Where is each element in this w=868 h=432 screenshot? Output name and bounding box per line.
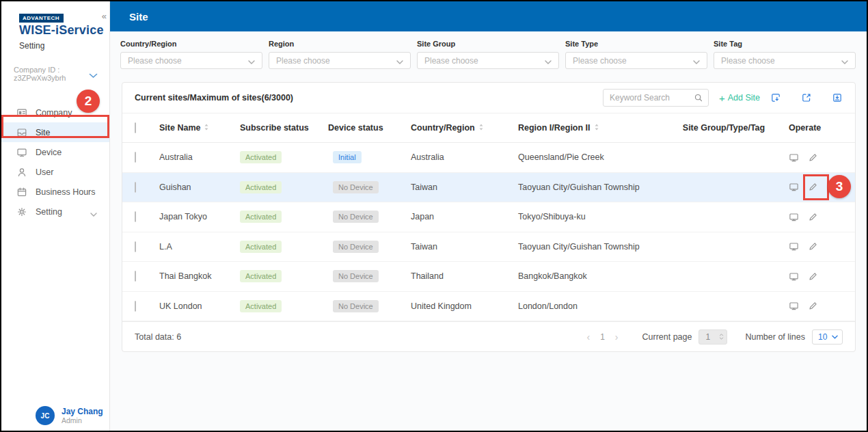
sidebar-collapse-icon[interactable]: «	[102, 11, 107, 21]
select-placeholder: Please choose	[128, 56, 182, 66]
device-list-icon[interactable]	[789, 241, 799, 252]
user-name: Jay Chang	[62, 407, 103, 416]
column-header-device-status: Device status	[328, 123, 411, 133]
column-header-region-i-region-ii[interactable]: Region I/Region II	[518, 123, 659, 133]
cell-country-region: Japan	[411, 212, 518, 221]
site-table-card: Current sites/Maximum of sites(6/3000) +…	[122, 82, 856, 352]
keyword-search-input[interactable]	[610, 93, 694, 103]
chevron-down-icon	[248, 55, 255, 67]
chevron-down-icon	[396, 55, 403, 67]
chevron-down-icon[interactable]	[89, 69, 98, 81]
current-page-input[interactable]: 1	[699, 329, 727, 345]
chevron-down-icon	[545, 55, 552, 67]
filter-bar: Country/RegionPlease chooseRegionPlease …	[110, 31, 867, 69]
select-placeholder: Please choose	[276, 56, 330, 66]
user-icon	[16, 167, 27, 178]
filter-site-tag: Site TagPlease choose	[714, 40, 856, 69]
row-checkbox[interactable]	[135, 271, 136, 282]
lines-per-page-select[interactable]: 10	[812, 329, 843, 345]
device-list-icon[interactable]	[789, 212, 799, 222]
lines-per-page-label: Number of lines	[745, 332, 805, 342]
column-label: Device status	[328, 123, 383, 133]
cell-region: Queensland/Pie Creek	[518, 152, 659, 162]
sidebar-item-device[interactable]: Device	[1, 142, 109, 162]
app-window: « ADVANTECH WISE-iService Setting Compan…	[0, 0, 868, 432]
sort-icon[interactable]	[478, 123, 484, 133]
sidebar-item-label: User	[36, 167, 53, 177]
edit-pencil-icon[interactable]	[808, 212, 818, 222]
row-checkbox[interactable]	[135, 301, 136, 312]
filter-select-country-region[interactable]: Please choose	[120, 52, 262, 69]
filter-label: Site Type	[565, 40, 707, 48]
filter-select-site-tag[interactable]: Please choose	[714, 52, 856, 69]
table-row-guishan: GuishanActivatedNo DeviceTaiwanTaoyuan C…	[122, 173, 855, 203]
device-list-icon[interactable]	[789, 301, 799, 311]
annotation-step-3: 3	[828, 175, 851, 198]
user-block[interactable]: JC Jay Chang Admin	[36, 406, 103, 425]
filter-country-region: Country/RegionPlease choose	[120, 40, 262, 69]
device-list-icon[interactable]	[789, 271, 799, 282]
device-list-icon[interactable]	[789, 152, 799, 163]
filter-select-region[interactable]: Please choose	[269, 52, 411, 69]
filter-label: Country/Region	[120, 40, 262, 48]
cell-country-region: Taiwan	[411, 242, 518, 252]
filter-site-group: Site GroupPlease choose	[417, 40, 559, 69]
stepper-icons[interactable]	[719, 334, 724, 340]
row-checkbox[interactable]	[135, 241, 136, 252]
row-checkbox[interactable]	[135, 182, 136, 193]
filter-select-site-type[interactable]: Please choose	[565, 52, 707, 69]
current-page-label: Current page	[642, 332, 692, 342]
subscribe-status-badge: Activated	[240, 211, 282, 223]
edit-pencil-icon[interactable]	[808, 152, 818, 163]
advantech-logo: ADVANTECH	[19, 14, 64, 23]
download-icon[interactable]	[832, 92, 843, 103]
search-icon[interactable]	[694, 93, 703, 103]
column-header-site-group-type-tag: Site Group/Type/Tag	[659, 123, 789, 133]
filter-select-site-group[interactable]: Please choose	[417, 52, 559, 69]
table-row-japan-tokyo: Japan TokyoActivatedNo DeviceJapanTokyo/…	[122, 202, 855, 232]
select-placeholder: Please choose	[573, 56, 627, 66]
sidebar-item-business-hours[interactable]: Business Hours	[1, 182, 109, 202]
sort-icon[interactable]	[594, 123, 599, 133]
edit-pencil-icon[interactable]	[808, 301, 818, 311]
brand-block: ADVANTECH WISE-iService Setting	[1, 1, 109, 51]
device-list-icon[interactable]	[789, 182, 799, 192]
column-label: Operate	[789, 123, 821, 133]
cell-site-name: UK London	[159, 301, 240, 311]
export-icon[interactable]	[801, 92, 812, 103]
cell-region: London/London	[518, 301, 659, 311]
table-row-australia: AustraliaActivatedInitialAustraliaQueens…	[122, 143, 855, 173]
column-header-site-name[interactable]: Site Name	[159, 123, 240, 133]
column-header-country-region[interactable]: Country/Region	[411, 123, 518, 133]
setting-icon	[16, 206, 27, 217]
next-page-icon[interactable]: ›	[609, 332, 625, 342]
row-checkbox[interactable]	[135, 211, 136, 222]
import-icon[interactable]	[770, 92, 781, 103]
device-status-badge: Initial	[333, 151, 362, 163]
table-row-l-a: L.AActivatedNo DeviceTaiwanTaoyuan City/…	[122, 232, 855, 262]
product-title: WISE-iService	[19, 23, 109, 38]
chevron-down-icon	[832, 335, 838, 339]
column-label: Site Group/Type/Tag	[683, 123, 765, 133]
sidebar-item-setting[interactable]: Setting	[1, 202, 109, 221]
cell-region: Taoyuan City/Guishan Township	[518, 183, 659, 192]
edit-pencil-icon[interactable]	[808, 241, 818, 252]
page-number[interactable]: 1	[596, 332, 609, 342]
edit-pencil-icon[interactable]	[808, 271, 818, 282]
select-all-checkbox[interactable]	[135, 122, 136, 133]
chevron-down-icon	[90, 209, 97, 219]
table-toolbar: Current sites/Maximum of sites(6/3000) +…	[122, 83, 855, 113]
device-status-badge: No Device	[333, 181, 379, 193]
filter-site-type: Site TypePlease choose	[565, 40, 707, 69]
row-checkbox[interactable]	[135, 152, 136, 163]
subscribe-status-badge: Activated	[240, 151, 282, 163]
filter-label: Site Tag	[714, 40, 856, 48]
add-site-button[interactable]: + Add Site	[719, 93, 760, 103]
cell-country-region: Australia	[411, 152, 518, 162]
plus-icon: +	[719, 93, 725, 103]
avatar: JC	[36, 406, 55, 425]
sort-icon[interactable]	[204, 123, 209, 133]
sidebar-item-user[interactable]: User	[1, 162, 109, 182]
prev-page-icon[interactable]: ‹	[580, 332, 596, 342]
page-title: Site	[129, 11, 148, 23]
